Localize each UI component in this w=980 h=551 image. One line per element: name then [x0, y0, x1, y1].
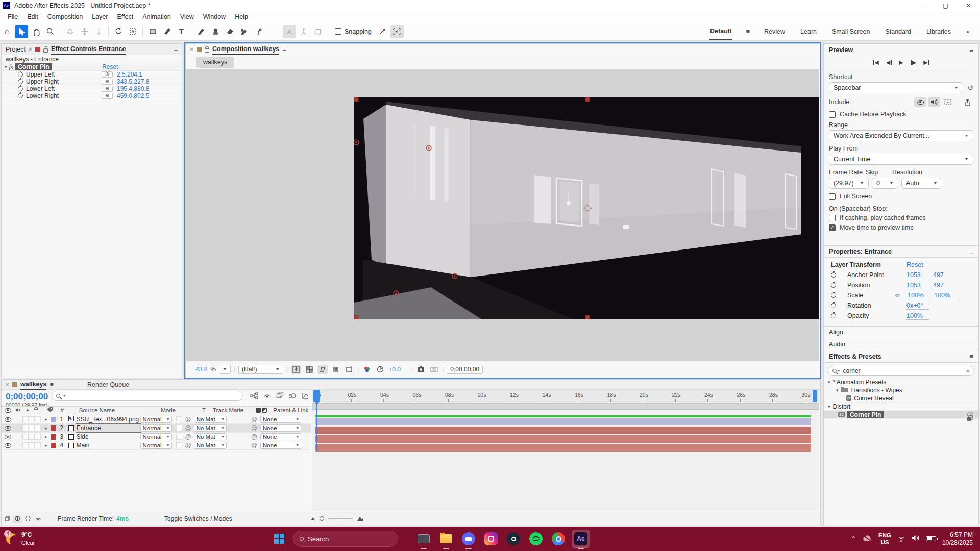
eye-icon[interactable] [5, 435, 11, 439]
graph-editor-icon[interactable] [301, 391, 310, 400]
include-audio-icon[interactable] [928, 97, 940, 107]
taskbar-search-input[interactable]: Search [293, 531, 398, 547]
prop-value-y[interactable]: 497 [933, 271, 955, 279]
effect-twirl-icon[interactable]: ▾ [5, 64, 7, 69]
layer-label-chip[interactable] [51, 425, 56, 431]
timeline-search-input[interactable]: ▾ [52, 391, 243, 401]
tree-distort[interactable]: ▾Distort [824, 403, 978, 411]
play-cached-checkbox[interactable] [829, 215, 836, 221]
prop-value-y[interactable]: 100% [934, 292, 957, 299]
comp-timecode[interactable]: 0;00;00;00 [447, 365, 483, 374]
param-value[interactable]: 2.5,204.1 [117, 71, 142, 78]
menu-effect[interactable]: Effect [112, 13, 138, 20]
weather-widget[interactable]: 4 9°C Clear [0, 531, 77, 546]
taskbar-app-steam[interactable] [505, 530, 522, 547]
matte-pickwhip-icon[interactable]: @ [185, 433, 191, 440]
menu-animation[interactable]: Animation [138, 13, 176, 20]
workspace-standard[interactable]: Standard [884, 24, 912, 39]
panel-menu-icon[interactable]: ≡ [50, 381, 54, 388]
rotation-tool-icon[interactable] [112, 25, 125, 38]
wifi-icon[interactable] [897, 536, 905, 542]
language-indicator[interactable]: ENGUS [878, 532, 891, 546]
local-axis-mode-icon[interactable] [283, 25, 296, 38]
prop-value[interactable]: 100% [906, 312, 929, 320]
exposure-icon[interactable] [375, 365, 385, 374]
layer-name[interactable]: SSU_Tex...06x994.png [77, 416, 140, 423]
move-time-checkbox[interactable] [829, 224, 836, 231]
column-mode[interactable]: Mode [161, 407, 176, 413]
menu-file[interactable]: File [3, 13, 22, 20]
prop-value-x[interactable]: 1053 [906, 282, 929, 289]
shy-icon[interactable] [262, 391, 272, 400]
layer-duration-bar[interactable] [315, 435, 811, 443]
reset-shortcut-icon[interactable]: ↺ [967, 84, 973, 92]
breadcrumb-comp-chip[interactable]: wallkeys [196, 57, 234, 68]
timeline-timecode[interactable]: 0;00;00;00 [6, 392, 48, 402]
column-parent-link[interactable]: Parent & Link [273, 407, 308, 413]
layer-transform-label[interactable]: Layer Transform [831, 261, 902, 268]
track-matte-dropdown[interactable]: No Mat▾ [194, 424, 227, 432]
align-panel-header[interactable]: Align [829, 329, 843, 336]
snap-arrow-icon[interactable] [376, 25, 389, 38]
matte-pickwhip-icon[interactable]: @ [185, 424, 191, 432]
exposure-value[interactable]: +0.0 [388, 366, 401, 373]
layer-name[interactable]: Side [77, 433, 140, 440]
menu-edit[interactable]: Edit [22, 13, 43, 20]
last-frame-button[interactable]: ▶ [923, 59, 929, 66]
layer-duration-bar[interactable] [315, 427, 811, 434]
taskbar-app-instagram[interactable] [482, 530, 500, 547]
parent-dropdown[interactable]: None▾ [260, 424, 301, 432]
stopwatch-icon[interactable] [831, 303, 836, 308]
resolution-preview-dropdown[interactable]: Auto▼ [901, 178, 942, 189]
close-tab-icon[interactable]: × [6, 381, 9, 388]
mask-visibility-icon[interactable] [317, 365, 328, 374]
tree-corner-pin[interactable]: 32 Corner Pin i [824, 411, 978, 419]
timeline-graph-area[interactable]: 0s02s04s06s08s10s12s14s16s18s20s22s24s26… [312, 390, 819, 511]
stopwatch-icon[interactable] [831, 313, 836, 318]
include-video-icon[interactable] [914, 97, 926, 107]
3d-gizmo-options-icon[interactable] [390, 25, 404, 38]
pan-camera-tool-icon[interactable] [78, 25, 91, 38]
eye-icon[interactable] [5, 426, 11, 431]
mode-dropdown[interactable]: Normal▾ [140, 433, 172, 440]
stopwatch-icon[interactable] [18, 93, 23, 98]
world-axis-mode-icon[interactable] [297, 25, 310, 38]
tab-project[interactable]: Project [6, 46, 26, 53]
layer-duration-bar[interactable] [315, 418, 811, 425]
play-button[interactable]: ▶ [899, 59, 903, 66]
layer-row[interactable]: ▸ 4 Main Normal▾ @ No Mat▾ @ None▾ [2, 441, 311, 450]
new-panel-group-icon[interactable] [965, 414, 974, 423]
effect-reset-link[interactable]: Reset [102, 63, 118, 70]
work-area-bar[interactable] [312, 404, 819, 410]
maximize-button[interactable]: ▢ [934, 0, 957, 11]
tray-chevron-icon[interactable]: ⌃ [851, 535, 856, 542]
frame-rate-dropdown[interactable]: (29.97)▼ [829, 178, 869, 189]
dolly-camera-tool-icon[interactable] [92, 25, 105, 38]
zoom-slider-knob[interactable] [320, 516, 324, 521]
menu-help[interactable]: Help [230, 13, 253, 20]
layer-twirl-icon[interactable]: ▸ [45, 417, 47, 422]
expand-groups-icon[interactable] [13, 515, 22, 523]
panel-menu-icon[interactable]: ≡ [969, 353, 973, 360]
taskbar-app-file-explorer[interactable] [437, 530, 455, 547]
tab-effect-controls[interactable]: Effect Controls Entrance [51, 44, 126, 55]
menu-layer[interactable]: Layer [87, 13, 112, 20]
region-of-interest-icon[interactable] [331, 365, 341, 374]
taskbar-app-chrome[interactable] [550, 530, 567, 547]
matte-pickwhip-icon[interactable]: @ [185, 442, 191, 449]
layer-twirl-icon[interactable]: ▸ [45, 443, 47, 448]
parent-dropdown[interactable]: None▾ [260, 442, 301, 449]
workspace-libraries[interactable]: Libraries [925, 24, 952, 39]
effect-name[interactable]: Corner Pin [15, 63, 52, 70]
transform-reset-link[interactable]: Reset [906, 261, 923, 268]
composition-mini-flowchart-icon[interactable] [250, 391, 259, 400]
workspace-default[interactable]: Default [709, 23, 732, 40]
eraser-tool-icon[interactable] [223, 25, 236, 38]
next-frame-button[interactable]: ▶ [911, 59, 916, 66]
tree-animation-presets[interactable]: ▾* Animation Presets [824, 378, 978, 386]
layer-row[interactable]: ▸ 2 Entrance Normal▾ @ No Mat▾ @ None▾ [2, 424, 311, 433]
show-snapshot-icon[interactable] [429, 365, 439, 374]
eye-icon[interactable] [5, 417, 11, 422]
layer-name[interactable]: Entrance [77, 424, 140, 432]
clock[interactable]: 6:57 PM 10/28/2025 [942, 531, 973, 547]
